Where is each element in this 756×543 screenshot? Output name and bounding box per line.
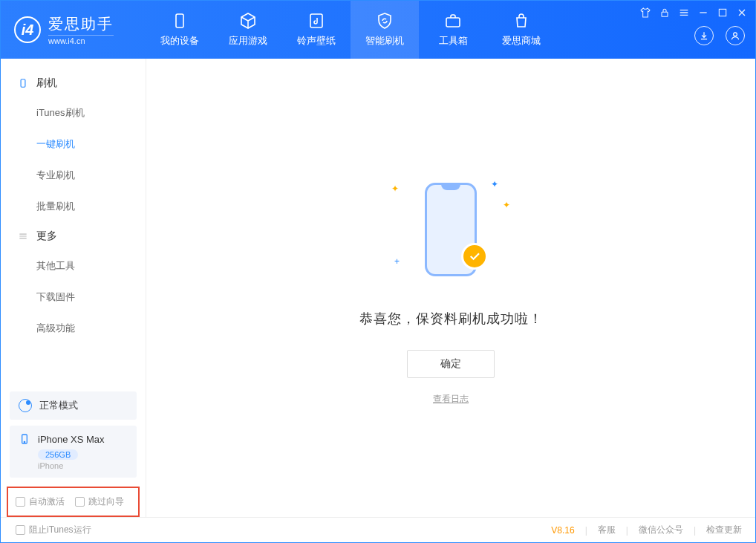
sidebar: 刷机 iTunes刷机 一键刷机 专业刷机 批量刷机 更多 其他工具 下载固件 … — [1, 59, 146, 517]
footer-link-wechat[interactable]: 微信公众号 — [639, 524, 683, 536]
success-illustration: ✦ ✦ + ✦ — [384, 170, 518, 289]
svg-rect-0 — [176, 14, 183, 27]
bag-icon — [512, 12, 530, 30]
tab-label: 应用游戏 — [229, 34, 267, 48]
checkbox-icon — [16, 525, 25, 535]
device-type: iPhone — [38, 461, 128, 470]
briefcase-icon — [444, 12, 462, 30]
sparkle-icon: + — [394, 256, 400, 267]
sidebar-scroll: 刷机 iTunes刷机 一键刷机 专业刷机 批量刷机 更多 其他工具 下载固件 … — [1, 59, 146, 391]
sidebar-group-more: 更多 — [1, 222, 146, 250]
sidebar-item-batch-flash[interactable]: 批量刷机 — [1, 191, 146, 222]
svg-rect-5 — [719, 9, 726, 16]
device-name: iPhone XS Max — [38, 434, 105, 445]
tab-my-device[interactable]: 我的设备 — [146, 1, 214, 59]
device-panel: 正常模式 iPhone XS Max 256GB iPhone — [10, 391, 137, 478]
minimize-icon[interactable] — [697, 7, 709, 19]
user-button[interactable] — [726, 26, 745, 45]
device-phone-icon — [19, 433, 30, 445]
svg-rect-1 — [310, 14, 322, 27]
phone-outline-icon — [17, 77, 29, 89]
tab-store[interactable]: 爱思商城 — [487, 1, 555, 59]
sidebar-item-oneclick-flash[interactable]: 一键刷机 — [1, 129, 146, 160]
cube-icon — [239, 12, 257, 30]
version-label: V8.16 — [551, 525, 574, 536]
tab-toolbox[interactable]: 工具箱 — [419, 1, 487, 59]
group-title-label: 刷机 — [36, 77, 57, 90]
music-note-icon — [307, 12, 325, 30]
group-title-label: 更多 — [36, 230, 57, 243]
checkbox-label: 自动激活 — [29, 495, 65, 508]
tab-label: 爱思商城 — [502, 34, 541, 48]
checkbox-label: 跳过向导 — [88, 495, 124, 508]
tab-label: 工具箱 — [439, 34, 468, 48]
sparkle-icon: ✦ — [391, 183, 399, 194]
sidebar-item-download-firmware[interactable]: 下载固件 — [1, 282, 146, 313]
tab-ringtone-wallpaper[interactable]: 铃声壁纸 — [282, 1, 351, 59]
menu-icon[interactable] — [678, 7, 690, 19]
ok-button[interactable]: 确定 — [407, 350, 495, 378]
svg-rect-4 — [662, 12, 668, 16]
svg-rect-2 — [446, 18, 460, 27]
checkbox-icon — [75, 497, 85, 507]
checkbox-block-itunes[interactable]: 阻止iTunes运行 — [16, 524, 91, 536]
success-message: 恭喜您，保资料刷机成功啦！ — [359, 310, 543, 328]
sidebar-item-other-tools[interactable]: 其他工具 — [1, 250, 146, 282]
app-header: i4 爱思助手 www.i4.cn 我的设备 应用游戏 铃声壁纸 智能刷机 工具… — [1, 1, 755, 59]
lock-icon[interactable] — [659, 7, 671, 19]
checkbox-icon — [16, 497, 25, 507]
footer-right: V8.16 | 客服 | 微信公众号 | 检查更新 — [551, 524, 742, 536]
footer-left: 阻止iTunes运行 — [16, 524, 91, 536]
footer-link-support[interactable]: 客服 — [598, 524, 616, 536]
sparkle-icon: ✦ — [491, 179, 498, 189]
checkbox-auto-activate[interactable]: 自动激活 — [16, 495, 65, 508]
checkbox-label: 阻止iTunes运行 — [29, 524, 91, 536]
mode-row[interactable]: 正常模式 — [10, 391, 137, 420]
tab-label: 智能刷机 — [365, 34, 404, 48]
sidebar-item-pro-flash[interactable]: 专业刷机 — [1, 160, 146, 191]
mode-label: 正常模式 — [39, 399, 78, 412]
sparkle-icon: ✦ — [503, 200, 510, 210]
checkbox-skip-wizard[interactable]: 跳过向导 — [75, 495, 124, 508]
download-button[interactable] — [694, 26, 714, 45]
header-right-buttons — [694, 26, 745, 45]
tab-apps-games[interactable]: 应用游戏 — [214, 1, 282, 59]
shirt-icon[interactable] — [639, 7, 651, 19]
svg-point-8 — [24, 441, 25, 442]
device-capacity: 256GB — [38, 449, 78, 460]
tab-label: 铃声壁纸 — [297, 34, 336, 48]
phone-icon — [171, 12, 189, 30]
sidebar-item-itunes-flash[interactable]: iTunes刷机 — [1, 97, 146, 129]
maximize-icon[interactable] — [717, 7, 729, 19]
logo-area: i4 爱思助手 www.i4.cn — [1, 14, 146, 45]
shield-refresh-icon — [376, 12, 394, 30]
logo-text: 爱思助手 www.i4.cn — [48, 14, 114, 45]
svg-rect-6 — [21, 79, 25, 88]
app-name: 爱思助手 — [48, 14, 114, 34]
separator: | — [694, 525, 696, 536]
separator: | — [585, 525, 587, 536]
list-icon — [17, 230, 29, 242]
logo-icon: i4 — [14, 16, 41, 43]
device-row[interactable]: iPhone XS Max 256GB iPhone — [10, 426, 137, 478]
main-content: ✦ ✦ + ✦ 恭喜您，保资料刷机成功啦！ 确定 查看日志 — [146, 59, 755, 517]
header-tabs: 我的设备 应用游戏 铃声壁纸 智能刷机 工具箱 爱思商城 — [146, 1, 555, 59]
tab-label: 我的设备 — [160, 34, 199, 48]
mode-normal-icon — [19, 399, 32, 412]
svg-point-3 — [734, 33, 737, 36]
window-controls — [639, 7, 748, 19]
app-domain: www.i4.cn — [48, 35, 114, 45]
highlight-options: 自动激活 跳过向导 — [7, 487, 140, 517]
footer: 阻止iTunes运行 V8.16 | 客服 | 微信公众号 | 检查更新 — [1, 517, 755, 542]
separator: | — [626, 525, 628, 536]
tab-smart-flash[interactable]: 智能刷机 — [351, 1, 419, 59]
app-body: 刷机 iTunes刷机 一键刷机 专业刷机 批量刷机 更多 其他工具 下载固件 … — [1, 59, 755, 517]
footer-link-update[interactable]: 检查更新 — [706, 524, 742, 536]
close-icon[interactable] — [736, 7, 748, 19]
view-log-link[interactable]: 查看日志 — [433, 393, 469, 406]
checkmark-badge-icon — [461, 243, 488, 270]
sidebar-item-advanced[interactable]: 高级功能 — [1, 313, 146, 344]
sidebar-group-flash: 刷机 — [1, 69, 146, 97]
